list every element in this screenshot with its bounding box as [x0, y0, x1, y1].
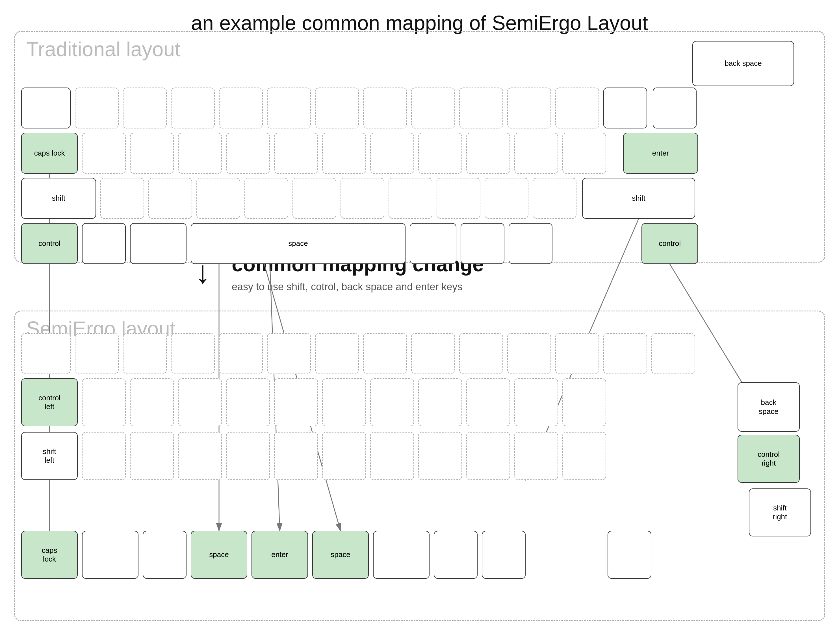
traditional-section: Traditional layout	[14, 31, 825, 263]
annotation-arrow: ↓	[195, 254, 211, 290]
semiergo-label: SemiErgo layout	[26, 317, 175, 340]
traditional-label: Traditional layout	[26, 38, 181, 61]
annotation-subtitle: easy to use shift, cotrol, back space an…	[232, 281, 462, 293]
semiergo-section: SemiErgo layout	[14, 310, 825, 621]
annotation-title: common mapping change	[232, 253, 484, 276]
